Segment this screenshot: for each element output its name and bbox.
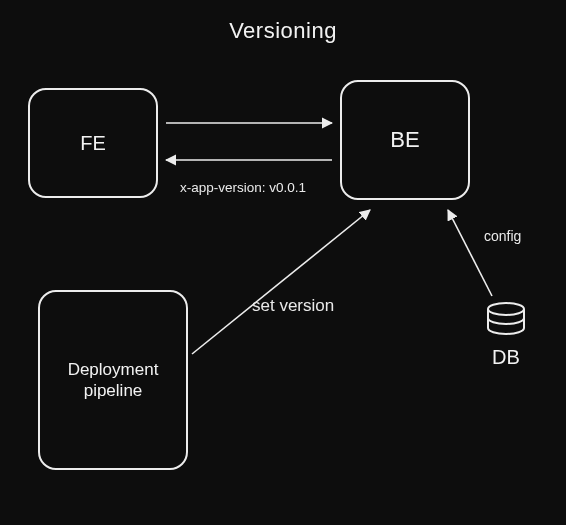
node-be: BE [340,80,470,200]
node-fe: FE [28,88,158,198]
edge-label-set-version: set version [252,296,334,316]
edge-label-config: config [484,228,521,244]
node-fe-label: FE [80,132,106,155]
node-deployment-label: Deployment pipeline [68,359,159,402]
node-db-label: DB [476,346,536,369]
node-deployment-pipeline: Deployment pipeline [38,290,188,470]
diagram-stage: Versioning FE BE Deployment pipeline DB [0,0,566,525]
diagram-title: Versioning [0,18,566,44]
node-be-label: BE [390,127,419,153]
database-icon [484,324,528,341]
edge-deployment-to-be [192,210,370,354]
edge-db-to-be [448,210,492,296]
svg-point-0 [488,303,524,315]
edge-label-app-version: x-app-version: v0.0.1 [180,180,306,195]
node-db: DB [476,302,536,369]
